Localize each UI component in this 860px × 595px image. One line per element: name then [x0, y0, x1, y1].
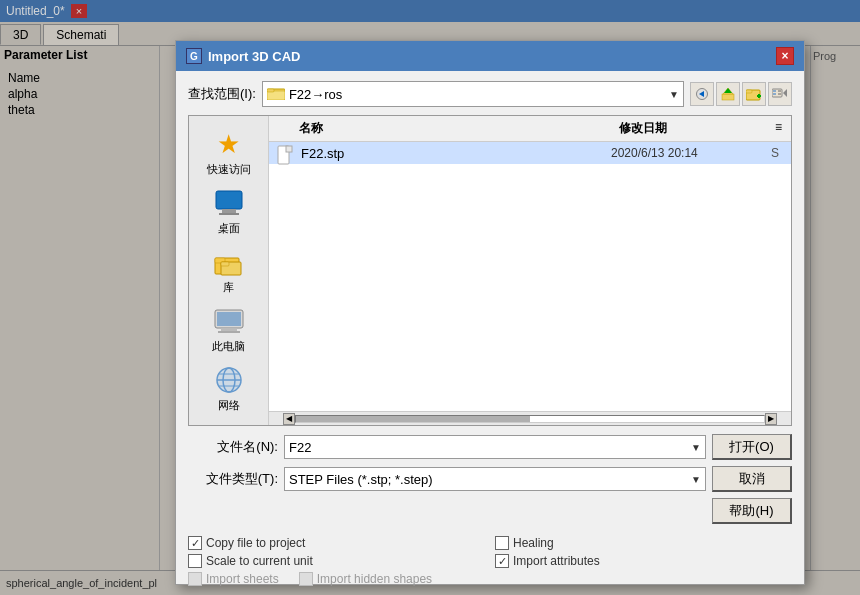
network-icon	[213, 364, 245, 396]
svg-rect-37	[286, 146, 292, 152]
filename-label: 文件名(N):	[188, 438, 278, 456]
filetype-dropdown-arrow: ▼	[691, 474, 701, 485]
healing-option[interactable]: Healing	[495, 536, 792, 550]
import-attributes-label: Import attributes	[513, 554, 600, 568]
file-list: 名称 修改日期 ≡ F22.stp	[269, 116, 791, 425]
svg-rect-19	[222, 209, 236, 213]
copy-file-option[interactable]: Copy file to project	[188, 536, 485, 550]
import-attributes-option[interactable]: Import attributes	[495, 554, 792, 568]
svg-rect-26	[217, 312, 241, 326]
sidebar-network[interactable]: 网络	[194, 360, 264, 417]
options-middle-col: Healing Import attributes	[495, 536, 792, 568]
file-type-icon	[277, 145, 297, 161]
copy-file-label: Copy file to project	[206, 536, 305, 550]
toolbar-back-button[interactable]	[690, 82, 714, 106]
desktop-icon	[213, 187, 245, 219]
import-hidden-checkbox	[299, 572, 313, 586]
horizontal-scrollbar[interactable]: ◀ ▶	[269, 411, 791, 425]
filetype-dropdown[interactable]: STEP Files (*.stp; *.step) ▼	[284, 467, 706, 491]
sidebar-desktop[interactable]: 桌面	[194, 183, 264, 240]
quick-access-icon: ★	[213, 128, 245, 160]
look-in-row: 查找范围(I): F22→ros ▼	[188, 81, 792, 107]
column-date-header: 修改日期	[611, 118, 771, 139]
filename-row: 文件名(N): F22 ▼ 打开(O)	[188, 434, 792, 460]
file-name-0: F22.stp	[301, 146, 611, 161]
file-item-0[interactable]: F22.stp 2020/6/13 20:14 S	[269, 142, 791, 164]
folder-icon	[267, 86, 285, 100]
this-pc-label: 此电脑	[212, 339, 245, 354]
cancel-button[interactable]: 取消	[712, 466, 792, 492]
healing-label: Healing	[513, 536, 554, 550]
places-sidebar: ★ 快速访问 桌面	[189, 116, 269, 425]
healing-checkbox[interactable]	[495, 536, 509, 550]
svg-rect-9	[746, 90, 752, 93]
look-in-arrow-icon: ▼	[669, 89, 679, 100]
import-sheets-checkbox	[188, 572, 202, 586]
sidebar-library[interactable]: 库	[194, 242, 264, 299]
new-folder-icon	[746, 87, 762, 101]
scale-unit-option[interactable]: Scale to current unit	[188, 554, 485, 568]
svg-rect-28	[218, 331, 240, 333]
network-label: 网络	[218, 398, 240, 413]
this-pc-icon	[213, 305, 245, 337]
import-3d-cad-dialog: G Import 3D CAD × 查找范围(I): F22→ros ▼	[175, 40, 805, 585]
svg-rect-2	[267, 89, 274, 92]
svg-rect-1	[267, 91, 285, 100]
options-panel: Copy file to project Scale to current un…	[188, 536, 792, 586]
file-browser: ★ 快速访问 桌面	[188, 115, 792, 426]
svg-rect-13	[773, 90, 776, 92]
copy-file-checkbox[interactable]	[188, 536, 202, 550]
svg-point-34	[217, 368, 241, 392]
scroll-thumb[interactable]	[296, 416, 530, 422]
filetype-row: 文件类型(T): STEP Files (*.stp; *.step) ▼ 取消	[188, 466, 792, 492]
svg-rect-14	[773, 93, 776, 95]
dialog-title: Import 3D CAD	[208, 49, 776, 64]
import-sheets-label: Import sheets	[206, 572, 279, 586]
dialog-icon: G	[186, 48, 202, 64]
filename-input[interactable]: F22 ▼	[284, 435, 706, 459]
up-icon	[721, 87, 735, 101]
desktop-label: 桌面	[218, 221, 240, 236]
import-hidden-option: Import hidden shapes	[299, 572, 432, 586]
options-left-col: Copy file to project Scale to current un…	[188, 536, 485, 568]
look-in-label: 查找范围(I):	[188, 85, 256, 103]
toolbar-up-button[interactable]	[716, 82, 740, 106]
svg-rect-20	[219, 213, 239, 215]
import-attributes-checkbox[interactable]	[495, 554, 509, 568]
filename-value: F22	[289, 440, 691, 455]
import-hidden-label: Import hidden shapes	[317, 572, 432, 586]
sidebar-quick-access[interactable]: ★ 快速访问	[194, 124, 264, 181]
toolbar-menu-button[interactable]	[768, 82, 792, 106]
options-right-col: Import sheets Import hidden shapes	[188, 572, 792, 586]
import-sheets-option: Import sheets	[188, 572, 279, 586]
svg-rect-24	[221, 262, 229, 266]
column-name-header: 名称	[269, 118, 611, 139]
svg-rect-27	[221, 328, 237, 331]
look-in-value: F22→ros	[289, 87, 669, 102]
toolbar-icons	[690, 82, 792, 106]
help-button[interactable]: 帮助(H)	[712, 498, 792, 524]
dialog-close-button[interactable]: ×	[776, 47, 794, 65]
library-icon	[213, 246, 245, 278]
back-icon	[695, 88, 709, 100]
filename-dropdown-arrow: ▼	[691, 442, 701, 453]
svg-rect-5	[722, 94, 734, 100]
scale-unit-checkbox[interactable]	[188, 554, 202, 568]
open-button[interactable]: 打开(O)	[712, 434, 792, 460]
scroll-track[interactable]	[295, 415, 765, 423]
quick-access-label: 快速访问	[207, 162, 251, 177]
dialog-content: 查找范围(I): F22→ros ▼	[176, 71, 804, 594]
look-in-dropdown[interactable]: F22→ros ▼	[262, 81, 684, 107]
library-label: 库	[223, 280, 234, 295]
toolbar-new-folder-button[interactable]	[742, 82, 766, 106]
svg-marker-17	[783, 89, 787, 97]
dialog-titlebar[interactable]: G Import 3D CAD ×	[176, 41, 804, 71]
file-list-header: 名称 修改日期 ≡	[269, 116, 791, 142]
filetype-value: STEP Files (*.stp; *.step)	[289, 472, 691, 487]
scale-unit-label: Scale to current unit	[206, 554, 313, 568]
scroll-right-button[interactable]: ▶	[765, 413, 777, 425]
sidebar-this-pc[interactable]: 此电脑	[194, 301, 264, 358]
column-extra-header: ≡	[771, 118, 791, 139]
scroll-left-button[interactable]: ◀	[283, 413, 295, 425]
view-menu-icon	[772, 87, 788, 101]
